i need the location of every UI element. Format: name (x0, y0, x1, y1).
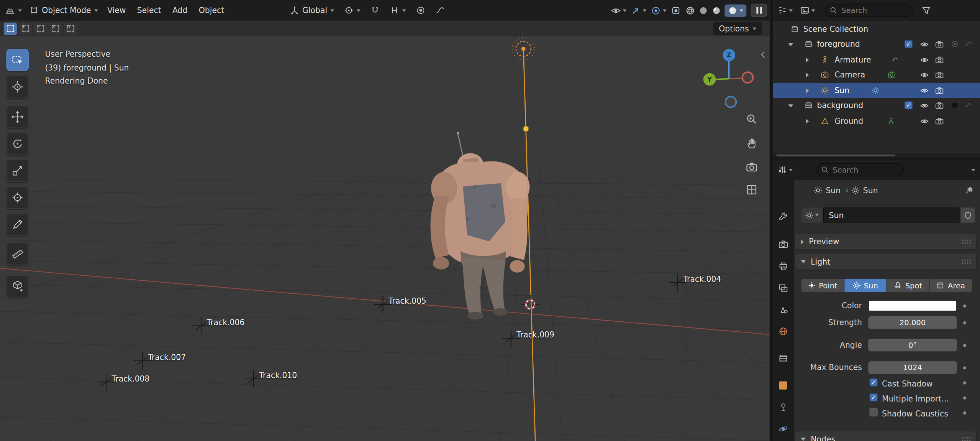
editor-type-button[interactable] (1, 3, 26, 18)
max-bounces-field[interactable]: 1024 (868, 361, 957, 374)
breadcrumb-object[interactable]: Sun (826, 185, 841, 194)
select-mode-extend-button[interactable]: + (19, 22, 32, 35)
pan-button[interactable] (746, 137, 759, 150)
drag-grip-icon[interactable] (961, 436, 970, 441)
holdout-icon[interactable] (951, 40, 959, 48)
animate-dot[interactable] (963, 366, 966, 369)
properties-search-input[interactable] (816, 163, 904, 176)
light-type-area-button[interactable]: Area (930, 279, 972, 292)
tab-view-layer-icon[interactable] (778, 283, 788, 293)
light-type-point-button[interactable]: Point (801, 279, 844, 292)
multiple-importance-checkbox[interactable]: ✓ (870, 393, 878, 402)
falloff-dropdown[interactable] (431, 3, 448, 18)
preview-panel-header[interactable]: Preview (795, 234, 976, 250)
track-label[interactable]: Track.006 (207, 318, 245, 327)
tab-constraints-icon[interactable] (778, 402, 788, 412)
tab-world-icon[interactable] (778, 326, 788, 336)
gizmos-dropdown[interactable] (631, 5, 647, 15)
camera-visibility-icon[interactable] (935, 86, 944, 95)
expand-chevron-icon[interactable] (806, 58, 809, 63)
proportional-editing-dropdown[interactable] (386, 3, 410, 18)
tab-render-camera-icon[interactable] (778, 239, 788, 249)
expand-chevron-icon[interactable] (788, 104, 793, 107)
fake-user-button[interactable] (961, 207, 975, 222)
camera-visibility-icon[interactable] (935, 56, 944, 64)
menu-add[interactable]: Add (167, 0, 193, 21)
eye-icon[interactable] (920, 117, 929, 126)
strength-field[interactable]: 20.000 (868, 316, 957, 329)
shading-wireframe-icon[interactable] (685, 5, 695, 15)
shading-rendered-button[interactable] (724, 4, 746, 17)
animate-dot[interactable] (963, 344, 966, 347)
tab-scene-icon[interactable] (778, 304, 788, 314)
animate-dot[interactable] (963, 382, 966, 385)
overlays-dropdown[interactable] (651, 5, 667, 15)
animate-dot[interactable] (963, 321, 966, 324)
tool-move[interactable] (6, 106, 29, 128)
tab-collection-icon[interactable] (778, 353, 788, 363)
eye-icon[interactable] (920, 101, 929, 110)
outliner-row-background[interactable]: background ✓ (773, 98, 980, 113)
outliner-search-input[interactable] (825, 4, 913, 17)
animate-dot[interactable] (963, 411, 966, 415)
track-label[interactable]: Track.007 (148, 353, 186, 362)
zoom-button[interactable] (746, 113, 759, 126)
expand-chevron-icon[interactable] (806, 119, 809, 124)
camera-visibility-icon[interactable] (935, 101, 944, 110)
drag-grip-icon[interactable] (961, 259, 970, 265)
orthographic-toggle-button[interactable] (746, 184, 758, 196)
collection-checkbox[interactable]: ✓ (905, 40, 913, 48)
pin-icon[interactable] (965, 186, 974, 194)
tool-add-cube[interactable] (6, 275, 29, 298)
light-name-field[interactable] (823, 207, 959, 222)
select-mode-invert-button[interactable]: × (49, 22, 62, 35)
shadow-caustics-checkbox[interactable]: ✓ (870, 408, 878, 416)
camera-visibility-icon[interactable] (935, 117, 944, 126)
animate-dot[interactable] (963, 304, 966, 308)
color-swatch[interactable] (868, 300, 957, 311)
tab-output-printer-icon[interactable] (778, 262, 788, 272)
tool-cursor[interactable] (6, 76, 29, 98)
outliner-editor-type-button[interactable] (778, 6, 793, 15)
tool-rotate[interactable] (6, 133, 29, 155)
tab-physics-icon[interactable] (778, 424, 788, 434)
light-type-sun-button[interactable]: Sun (844, 279, 886, 292)
mode-select-dropdown[interactable]: Object Mode (26, 3, 102, 18)
camera-visibility-icon[interactable] (935, 40, 944, 49)
select-mode-subtract-button[interactable]: − (34, 22, 47, 35)
camera-view-button[interactable] (746, 161, 758, 173)
eye-icon[interactable] (920, 86, 929, 95)
holdout-icon[interactable] (951, 101, 959, 109)
shading-solid-icon[interactable] (698, 5, 708, 15)
id-type-dropdown[interactable] (801, 207, 823, 222)
outliner-scrollbar[interactable] (773, 153, 980, 157)
snap-target-dropdown[interactable] (340, 3, 364, 18)
menu-select[interactable]: Select (131, 0, 167, 21)
outliner-row-scene-collection[interactable]: Scene Collection (773, 22, 980, 37)
expand-chevron-icon[interactable] (788, 43, 793, 46)
cast-shadow-checkbox[interactable]: ✓ (870, 378, 878, 386)
properties-options-chevron[interactable] (971, 168, 975, 171)
expand-chevron-icon[interactable] (806, 72, 809, 77)
tool-measure[interactable] (6, 243, 29, 265)
pause-render-button[interactable] (751, 4, 767, 17)
animate-dot[interactable] (963, 397, 966, 400)
shading-material-icon[interactable] (711, 5, 721, 15)
snap-toggle[interactable] (367, 3, 383, 18)
track-label[interactable]: Track.008 (112, 374, 150, 383)
proportional-toggle[interactable] (412, 3, 429, 18)
filter-funnel-icon[interactable] (921, 5, 931, 15)
tool-annotate[interactable] (6, 213, 29, 236)
tab-tool-wrench-icon[interactable] (778, 212, 788, 222)
breadcrumb-data[interactable]: Sun (863, 185, 878, 194)
gizmo-x-neg[interactable] (742, 72, 753, 83)
drag-grip-icon[interactable] (961, 239, 970, 245)
display-mode-dropdown[interactable] (800, 6, 815, 15)
menu-object[interactable]: Object (193, 0, 230, 21)
track-label[interactable]: Track.010 (259, 371, 297, 380)
outliner-row-ground[interactable]: Ground (773, 114, 980, 129)
outliner-row-foreground[interactable]: foreground ✓ (773, 37, 980, 52)
tool-scale[interactable] (6, 160, 29, 182)
visibility-dropdown[interactable] (611, 5, 627, 15)
eye-icon[interactable] (920, 71, 929, 79)
